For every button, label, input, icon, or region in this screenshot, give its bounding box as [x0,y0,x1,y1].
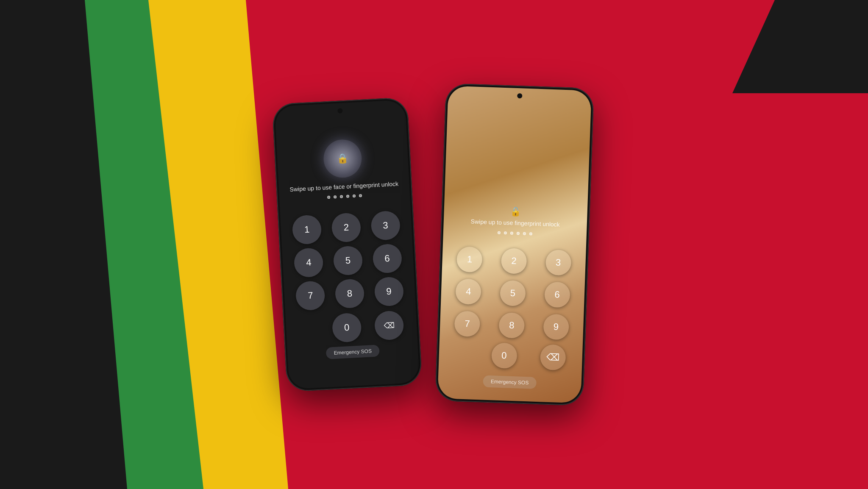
key-3[interactable]: 3 [545,250,571,276]
phones-container: 🔒 Swipe up to use face or fingerprint un… [279,86,589,403]
pin-dot [340,195,343,198]
swipe-text-right: Swipe up to use fingerprint unlock [462,217,568,229]
key-8[interactable]: 8 [498,312,525,339]
pin-dot [504,231,507,234]
key-7[interactable]: 7 [454,311,481,337]
fingerprint-circle: 🔒 [323,139,363,179]
pin-dot [517,232,520,235]
emergency-sos-button-right[interactable]: Emergency SOS [483,375,537,389]
key-4[interactable]: 4 [455,278,481,305]
lock-icon-right: 🔓 [510,206,521,217]
pin-dot [346,195,349,198]
screen-content-left: 🔒 Swipe up to use face or fingerprint un… [275,100,420,389]
screen-top-left: 🔒 Swipe up to use face or fingerprint un… [276,136,410,210]
key-delete[interactable]: ⌫ [540,344,566,370]
key-3[interactable]: 3 [370,211,401,241]
pin-dot [327,196,330,199]
key-8[interactable]: 8 [334,278,364,308]
key-7[interactable]: 7 [295,281,326,311]
volume-up-right-phone [442,142,444,159]
pin-dot [510,232,513,235]
key-0[interactable]: 0 [332,313,362,343]
swipe-text-left: Swipe up to use face or fingerprint unlo… [281,179,407,194]
lock-icon-left: 🔒 [337,153,348,164]
screen-content-right: 🔓 Swipe up to use fingerprint unlock 1 2 [437,86,592,403]
key-4[interactable]: 4 [294,247,324,278]
emergency-sos-button-left[interactable]: Emergency SOS [326,345,380,360]
keypad-left: 1 2 3 4 5 6 7 8 9 [280,210,415,311]
key-0[interactable]: 0 [491,342,517,369]
screen-top-right: 🔓 Swipe up to use fingerprint unlock [443,204,587,246]
power-button-left-phone [411,165,414,190]
pin-dot [334,195,337,198]
pin-dot [523,232,526,235]
bottom-row-right: 0 ⌫ [439,341,583,375]
pin-dot [529,232,532,235]
pin-dot [359,194,362,197]
pin-dot [498,231,501,234]
key-2[interactable]: 2 [501,248,527,274]
key-5[interactable]: 5 [333,246,363,276]
bottom-row-left: 0 ⌫ [286,310,417,345]
key-1[interactable]: 1 [456,246,483,272]
keypad-right: 1 2 3 4 5 6 7 8 9 [440,246,586,341]
screen-right: 🔓 Swipe up to use fingerprint unlock 1 2 [437,86,592,403]
key-5[interactable]: 5 [500,280,526,306]
key-1[interactable]: 1 [292,214,322,244]
pin-dots-right [498,231,532,236]
spacer [294,315,324,345]
key-6[interactable]: 6 [544,282,570,308]
pin-dot [353,194,356,197]
key-6[interactable]: 6 [372,244,402,274]
spacer [447,341,477,371]
pin-dots-left [327,194,362,199]
key-delete[interactable]: ⌫ [374,311,404,341]
key-2[interactable]: 2 [331,213,361,243]
volume-down-right-phone [440,168,443,191]
phone-left: 🔒 Swipe up to use face or fingerprint un… [272,97,422,392]
key-9[interactable]: 9 [374,277,404,307]
key-9[interactable]: 9 [543,314,569,340]
screen-left: 🔒 Swipe up to use face or fingerprint un… [275,100,420,389]
phone-right: 🔓 Swipe up to use fingerprint unlock 1 2 [435,83,594,406]
